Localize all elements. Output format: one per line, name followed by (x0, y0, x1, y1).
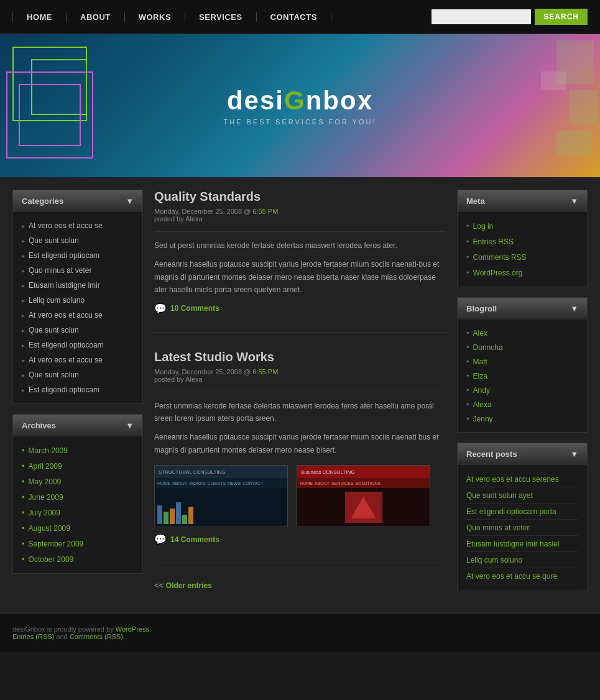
img2-navbar: HOME ABOUT SERVICES SOLUTIONS (297, 478, 430, 488)
archive-link[interactable]: May 2009 (29, 477, 62, 486)
categories-list: At vero eos et accu seQue sunt solunEst … (22, 218, 134, 397)
img1-topbar: STRUCTURAL CONSULTING (155, 466, 287, 478)
recent-post-item: At vero eos et accu se qure (466, 568, 578, 584)
meta-link[interactable]: Comments RSS (473, 253, 527, 262)
blogroll-title: Blogroll (466, 304, 497, 313)
blogroll-link[interactable]: Andy (473, 386, 490, 395)
archive-link[interactable]: March 2009 (29, 446, 68, 455)
post-time-link[interactable]: 6:55 PM (252, 368, 278, 375)
archive-link[interactable]: July 2009 (29, 509, 60, 517)
post-meta: Monday, December 25, 2008 @ 6:55 PMposte… (154, 368, 446, 383)
hero-right-decoration (538, 34, 600, 177)
blogroll-header[interactable]: Blogroll ▼ (458, 298, 587, 320)
blogroll-item: Matt (466, 354, 578, 369)
right-box-2 (569, 90, 597, 124)
blogroll-link[interactable]: Jenny (473, 415, 493, 423)
recent-post-link[interactable]: Quo minus at veter (466, 523, 529, 532)
meta-title: Meta (466, 196, 485, 206)
category-item[interactable]: Leliq cum soluno (22, 293, 134, 308)
post-paragraph: Sed ut perst unmnias kerode fertase dele… (154, 239, 446, 252)
archives-header[interactable]: Archives ▼ (13, 415, 142, 436)
blogroll-link[interactable]: Matt (473, 357, 487, 366)
recent-post-link[interactable]: Que sunt solun ayet (466, 491, 533, 500)
blogroll-link[interactable]: Donncha (473, 343, 503, 352)
footer-wp-link[interactable]: WordPress (116, 625, 149, 633)
post-title[interactable]: Latest Studio Works (154, 350, 446, 364)
category-item[interactable]: Est eligendi optiocam (22, 248, 134, 263)
archive-link[interactable]: September 2009 (29, 540, 84, 548)
recent-post-link[interactable]: Est eligendi optiocam porta (466, 507, 556, 516)
img1-chart (157, 502, 193, 524)
archive-link[interactable]: October 2009 (29, 555, 74, 564)
archive-link[interactable]: April 2009 (29, 462, 62, 471)
recent-post-link[interactable]: Etusam lustdigne imir haslel (466, 540, 559, 548)
img2-graphic (345, 492, 382, 523)
search-input[interactable] (432, 9, 531, 24)
category-item[interactable]: Quo minus at veter (22, 263, 134, 278)
recent-post-link[interactable]: At vero eos et accu se qure (466, 572, 557, 581)
archive-item: April 2009 (22, 458, 134, 474)
category-item[interactable]: At vero eos et accu se (22, 308, 134, 323)
category-item[interactable]: Que sunt solun (22, 367, 134, 382)
recent-posts-content: At vero eos et accu serenesQue sunt solu… (458, 465, 587, 591)
meta-item: Log in (466, 218, 578, 234)
category-item[interactable]: Etusam lustdigne imir (22, 278, 134, 293)
post-paragraph: Aeneanris hasellus potausce suscipit var… (154, 258, 446, 296)
img2-triangle (351, 497, 376, 518)
comment-bubble-icon: 💬 (154, 303, 167, 315)
blogroll-link[interactable]: Alexa (473, 400, 492, 409)
img2-topbar: Business CONSULTING (297, 466, 430, 478)
recent-post-link[interactable]: Leliq cum soluno (466, 556, 522, 564)
meta-link[interactable]: Entries RSS (473, 237, 514, 246)
categories-header[interactable]: Categories ▼ (13, 190, 142, 212)
chart-bar (170, 509, 175, 524)
post-title[interactable]: Quality Standards (154, 190, 446, 204)
archive-link[interactable]: June 2009 (29, 493, 63, 502)
category-item[interactable]: Est eligendi optiocam (22, 382, 134, 397)
nav-item-services[interactable]: SERVICES (185, 12, 257, 22)
post-image-1[interactable]: STRUCTURAL CONSULTING HOME ABOUT WORKS C… (154, 465, 288, 527)
post-image-2[interactable]: Business CONSULTING HOME ABOUT SERVICES … (297, 465, 430, 527)
nav-links: HOMEABOUTWORKSSERVICESCONTACTS (12, 12, 331, 22)
category-item[interactable]: At vero eos et accu se (22, 218, 134, 233)
blogroll-item: Jenny (466, 412, 578, 426)
comments-link[interactable]: 10 Comments (170, 304, 219, 313)
img2-brand: Business CONSULTING (301, 469, 355, 475)
category-item[interactable]: At vero eos et accu se (22, 352, 134, 367)
archives-list: March 2009April 2009May 2009June 2009Jul… (22, 443, 134, 567)
nav-item-about[interactable]: ABOUT (67, 12, 125, 22)
post-paragraph: Aeneanris hasellus potausce suscipit var… (154, 431, 446, 456)
older-entries-link[interactable]: Older entries (166, 581, 212, 590)
chart-bar (188, 507, 193, 524)
comments-link[interactable]: 14 Comments (170, 535, 219, 544)
category-item[interactable]: Que sunt solun (22, 323, 134, 338)
nav-item-home[interactable]: HOME (12, 12, 67, 22)
footer-comments-link[interactable]: Comments (RSS). (70, 633, 125, 640)
blogroll-link[interactable]: Elza (473, 372, 487, 380)
post-divider (154, 392, 446, 392)
search-button[interactable]: SEARCH (535, 9, 588, 25)
nav-search: SEARCH (432, 9, 588, 25)
nav-item-contacts[interactable]: CONTACTS (257, 12, 331, 22)
meta-link[interactable]: WordPress.org (473, 269, 523, 277)
recent-post-item: Quo minus at veter (466, 520, 578, 536)
nav-item-works[interactable]: WORKS (125, 12, 185, 22)
main-content: Quality StandardsMonday, December 25, 20… (154, 190, 446, 601)
footer-entries-link[interactable]: Entries (RSS) (12, 633, 54, 640)
post-time-link[interactable]: 6:55 PM (252, 208, 278, 215)
recent-posts-header[interactable]: Recent posts ▼ (458, 443, 587, 465)
recent-post-link[interactable]: At vero eos et accu serenes (466, 475, 559, 484)
category-item[interactable]: Que sunt solun (22, 233, 134, 248)
categories-arrow-icon: ▼ (126, 196, 134, 206)
archive-item: October 2009 (22, 551, 134, 567)
img2-body (297, 488, 430, 527)
img2-inner: Business CONSULTING HOME ABOUT SERVICES … (297, 466, 430, 527)
img1-inner: STRUCTURAL CONSULTING HOME ABOUT WORKS C… (155, 466, 287, 527)
recent-posts-title: Recent posts (466, 449, 517, 459)
blogroll-link[interactable]: Alex (473, 329, 487, 338)
archive-link[interactable]: August 2009 (29, 524, 70, 533)
meta-header[interactable]: Meta ▼ (458, 190, 587, 212)
category-item[interactable]: Est eligendi optiocoam (22, 338, 134, 352)
meta-item: Entries RSS (466, 234, 578, 249)
meta-link[interactable]: Log in (473, 222, 494, 231)
